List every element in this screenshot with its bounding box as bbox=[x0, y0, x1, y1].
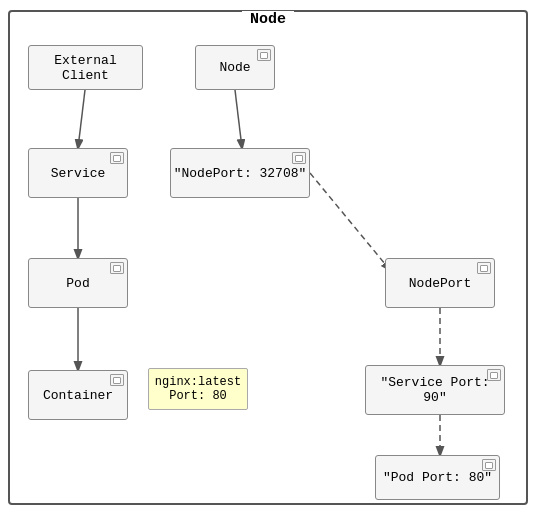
node-box-icon bbox=[257, 49, 271, 61]
container-box-icon bbox=[110, 374, 124, 386]
pod-port-label: "Pod Port: 80" bbox=[383, 470, 492, 485]
pod-box-icon bbox=[110, 262, 124, 274]
nodeport-label-box: "NodePort: 32708" bbox=[170, 148, 310, 198]
external-client-label: External Client bbox=[29, 53, 142, 83]
service-box-label: Service bbox=[51, 166, 106, 181]
container-box-label: Container bbox=[43, 388, 113, 403]
nodeport-box-label: NodePort bbox=[409, 276, 471, 291]
service-box: Service bbox=[28, 148, 128, 198]
service-port-icon bbox=[487, 369, 501, 381]
node-box-label: Node bbox=[219, 60, 250, 75]
pod-box-label: Pod bbox=[66, 276, 89, 291]
nodeport-box-icon bbox=[477, 262, 491, 274]
service-port-box: "Service Port: 90" bbox=[365, 365, 505, 415]
nodeport-label-icon bbox=[292, 152, 306, 164]
nodeport-label-text: "NodePort: 32708" bbox=[174, 166, 307, 181]
service-box-icon bbox=[110, 152, 124, 164]
diagram: Node External Client bbox=[0, 0, 541, 521]
pod-box: Pod bbox=[28, 258, 128, 308]
nginx-note-box: nginx:latest Port: 80 bbox=[148, 368, 248, 410]
pod-port-box: "Pod Port: 80" bbox=[375, 455, 500, 500]
external-client-box: External Client bbox=[28, 45, 143, 90]
pod-port-icon bbox=[482, 459, 496, 471]
nodeport-box: NodePort bbox=[385, 258, 495, 308]
node-title: Node bbox=[242, 11, 294, 28]
container-box: Container bbox=[28, 370, 128, 420]
nginx-note-label: nginx:latest Port: 80 bbox=[155, 375, 241, 403]
node-box: Node bbox=[195, 45, 275, 90]
service-port-label: "Service Port: 90" bbox=[366, 375, 504, 405]
